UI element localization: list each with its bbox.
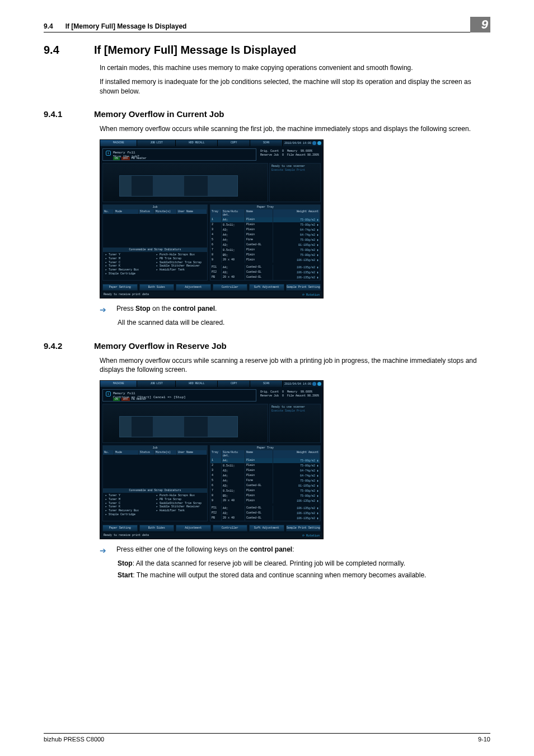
subsection-paragraph: When memory overflow occurs while scanni… xyxy=(100,124,490,134)
intro-paragraph-2: If installed memory is inadequate for th… xyxy=(100,77,490,96)
panel-btn: Both Sides xyxy=(139,284,175,291)
consumable-item: ▸ Toner Y xyxy=(105,253,154,257)
tray-row: 78.5x11⬚Plain75-80g/m2 ▮ xyxy=(210,488,320,493)
tray-row: 4A4⬚Plain64-74g/m2 ▮ xyxy=(210,473,320,478)
tray-row: PB20 x 40Coated-GL106-135g/m2 ▮ xyxy=(210,275,320,280)
heater-on-indicator: ON xyxy=(113,157,120,160)
info-icon: i xyxy=(106,391,111,396)
tray-row: 28.5x11⬚Plain75-80g/m2 ▮ xyxy=(210,463,320,468)
consumable-item: ▸ SaddleStitcher Trim Scrap xyxy=(156,261,205,265)
tray-row: 6A3⬚Coated-GL81-105g/m2 ▮ xyxy=(210,483,320,488)
consumables-list: ▸ Toner Y▸ Toner M▸ Toner C▸ Toner K▸ To… xyxy=(103,252,207,277)
panel-btn: Soft Adjustment xyxy=(249,284,284,291)
panel-message-line1: Memory full xyxy=(113,151,139,155)
subsection-title: Memory Overflow in Current Job xyxy=(94,109,224,119)
chapter-number-badge: 9 xyxy=(470,17,490,32)
consumable-item: ▸ Toner C xyxy=(105,502,154,506)
tray-row: PB20 x 40Coated-GL106-135g/m2 ▮ xyxy=(210,516,320,521)
page-footer: bizhub PRESS C8000 9-10 xyxy=(44,733,490,743)
panel-tabs: MACHINE JOB LIST HDD RECALL COPY SCAN 20… xyxy=(100,140,323,146)
panel-button-row: Paper Setting Both Sides Adjustment Cont… xyxy=(100,283,323,292)
tray-row: PI2A3⬚Coated-GL106-135g/m2 ▮ xyxy=(210,270,320,275)
section-heading: 9.4 If [Memory Full] Message Is Displaye… xyxy=(44,44,490,57)
consumable-item: ▸ Saddle Stitcher Receiver xyxy=(156,505,205,509)
intro-paragraph-1: In certain modes, this machine uses memo… xyxy=(100,63,490,73)
instruction-text: Press Stop on the control panel. xyxy=(116,304,217,316)
consumable-item: ▸ Toner Recovery Box xyxy=(105,268,154,272)
instruction-text: Press either one of the following keys o… xyxy=(116,545,294,557)
machine-diagram: ON OFF PB Heater xyxy=(102,163,268,202)
control-panel-screenshot-2: MACHINE JOB LIST HDD RECALL COPY SCAN 20… xyxy=(100,380,490,539)
section-title: If [Memory Full] Message Is Displayed xyxy=(94,44,296,57)
consumable-item: ▸ Toner Recovery Box xyxy=(105,509,154,513)
section-number: 9.4 xyxy=(44,44,75,57)
consumable-item: ▸ SaddleStitcher Trim Scrap xyxy=(156,502,205,506)
tray-row: 920 x 40Plain106-135g/m2 ▮ xyxy=(210,498,320,503)
tray-row: 28.5x11⬚Plain75-80g/m2 ▮ xyxy=(210,222,320,227)
heater-label: PB Heater xyxy=(132,157,147,160)
tray-row: PI1A4⬚Coated-GL106-135g/m2 ▮ xyxy=(210,265,320,270)
tab-copy: COPY xyxy=(218,140,250,146)
consumable-item: ▸ Humidifier Tank xyxy=(156,268,205,272)
tab-scan: SCAN xyxy=(250,140,283,146)
subsection-number: 9.4.1 xyxy=(44,109,75,119)
panel-btn: Controller xyxy=(213,284,248,291)
consumable-item: ▸ Toner K xyxy=(105,264,154,268)
subsection-heading: 9.4.2 Memory Overflow in Reserve Job xyxy=(44,341,490,351)
control-panel-screenshot-1: MACHINE JOB LIST HDD RECALL COPY SCAN 20… xyxy=(100,139,490,298)
consumable-item: ▸ PB Trim Scrap xyxy=(156,498,205,502)
panel-btn: Sample Print Setting xyxy=(286,284,321,291)
instruction-follow: All the scanned data will be cleared. xyxy=(118,318,490,328)
running-header: 9.4 If [Memory Full] Message Is Displaye… xyxy=(44,17,490,32)
tab-joblist: JOB LIST xyxy=(137,140,176,146)
tray-row: 920 x 40Plain106-135g/m2 ▮ xyxy=(210,258,320,263)
consumable-item: ▸ Toner M xyxy=(105,257,154,261)
consumable-item: ▸ Toner C xyxy=(105,261,154,265)
job-table: Job No. Mode Status Minute(s) User Name … xyxy=(102,204,208,281)
tray-row: 8B5⬚Plain75-80g/m2 ▮ xyxy=(210,253,320,258)
tray-row: 5A4⬚Fine75-80g/m2 ▮ xyxy=(210,478,320,483)
start-instruction: Start: The machine will output the store… xyxy=(118,571,490,580)
tab-machine: MACHINE xyxy=(100,140,137,146)
footer-page-number: 9-10 xyxy=(478,736,490,743)
info-icon: i xyxy=(106,151,111,156)
consumable-item: ▸ Staple Cartridge xyxy=(105,513,154,517)
tray-row: 78.5x11⬚Plain75-80g/m2 ▮ xyxy=(210,248,320,253)
panel-counters: Orig. Count 0 Memory 99.600% Reserve Job… xyxy=(259,148,321,161)
consumable-item: ▸ Staple Cartridge xyxy=(105,272,154,276)
tray-row: 5A4⬚Fine75-80g/m2 ▮ xyxy=(210,237,320,242)
consumable-item: ▸ Saddle Stitcher Receiver xyxy=(156,264,205,268)
tab-hddrecall: HDD RECALL xyxy=(176,140,218,146)
consumable-item: ▸ Toner K xyxy=(105,505,154,509)
tray-row: PI2A3⬚Coated-GL106-135g/m2 ▮ xyxy=(210,511,320,516)
consumable-item: ▸ Punch-Hole Scraps Box xyxy=(156,253,205,257)
status-dot-icon xyxy=(317,141,321,145)
subsection-number: 9.4.2 xyxy=(44,341,75,351)
arrow-right-icon: ➔ xyxy=(100,305,106,316)
panel-btn: Paper Setting xyxy=(102,284,138,291)
heater-off-indicator: OFF xyxy=(121,157,130,160)
tray-row: 3A3⬚Plain64-74g/m2 ▮ xyxy=(210,468,320,473)
tray-row: 3A3⬚Plain64-74g/m2 ▮ xyxy=(210,227,320,232)
stop-instruction: Stop: All the data scanned for reserve j… xyxy=(118,559,490,568)
consumable-item: ▸ Toner Y xyxy=(105,494,154,498)
tray-row: 6A3⬚Coated-GL81-105g/m2 ▮ xyxy=(210,242,320,248)
consumable-item: ▸ Toner M xyxy=(105,498,154,502)
consumable-item: ▸ PB Trim Scrap xyxy=(156,257,205,261)
subsection-title: Memory Overflow in Reserve Job xyxy=(94,341,227,351)
consumable-item: ▸ Humidifier Tank xyxy=(156,509,205,513)
rotation-icon: ⟳ Rotation xyxy=(302,293,320,297)
subsection-heading: 9.4.1 Memory Overflow in Current Job xyxy=(44,109,490,119)
panel-btn: Adjustment xyxy=(176,284,211,291)
tray-row: 8B5⬚Plain75-80g/m2 ▮ xyxy=(210,493,320,498)
paper-tray-table: Paper Tray Tray Size/Auto det. Name Weig… xyxy=(210,204,321,281)
tray-row: PI1A4⬚Coated-GL106-135g/m2 ▮ xyxy=(210,506,320,511)
status-dot-icon xyxy=(312,141,316,145)
arrow-right-icon: ➔ xyxy=(100,545,106,557)
scanner-status-box: Ready to use scanner Execute Sample Prin… xyxy=(269,163,321,202)
consumable-item: ▸ Punch-Hole Scraps Box xyxy=(156,494,205,498)
header-section-title: If [Memory Full] Message Is Displayed xyxy=(65,22,187,30)
panel-footer-status: Ready to receive print data xyxy=(104,293,149,297)
tray-row: 1A4⬚Plain75-80g/m2 ▮ xyxy=(210,458,320,463)
tray-row: 1A4⬚Plain75-80g/m2 ▮ xyxy=(210,217,320,222)
